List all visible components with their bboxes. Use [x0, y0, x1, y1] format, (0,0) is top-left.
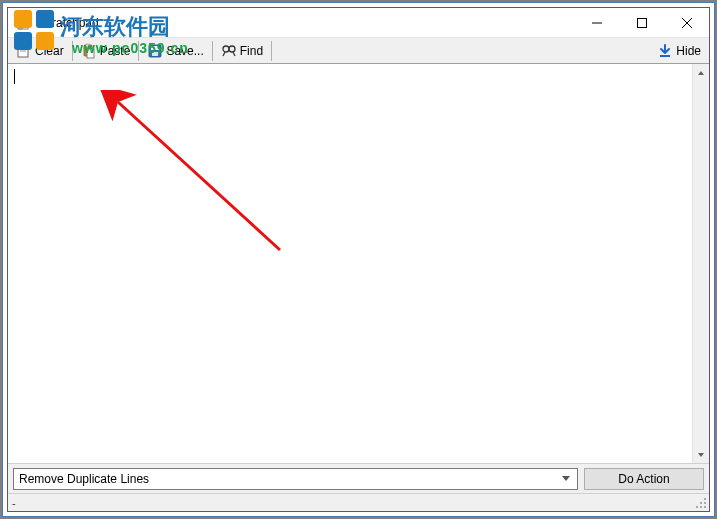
- save-label: Save...: [166, 44, 203, 58]
- clear-icon: [16, 43, 32, 59]
- toolbar-separator: [72, 41, 73, 61]
- action-selected-value: Remove Duplicate Lines: [19, 472, 149, 486]
- clear-button[interactable]: Clear: [10, 40, 70, 62]
- resize-grip-icon[interactable]: [695, 497, 707, 509]
- toolbar: Clear Paste Save... Find: [8, 38, 709, 64]
- action-dropdown[interactable]: Remove Duplicate Lines: [13, 468, 578, 490]
- svg-point-20: [704, 498, 706, 500]
- svg-rect-2: [637, 18, 646, 27]
- svg-rect-12: [151, 46, 159, 50]
- clear-label: Clear: [35, 44, 64, 58]
- hide-arrow-icon: [657, 43, 673, 59]
- svg-rect-13: [152, 52, 158, 56]
- svg-rect-10: [87, 49, 94, 58]
- svg-point-21: [700, 502, 702, 504]
- toolbar-separator: [212, 41, 213, 61]
- titlebar: Scratchpad: [8, 8, 709, 38]
- svg-line-18: [233, 52, 235, 56]
- action-bar: Remove Duplicate Lines Do Action: [8, 463, 709, 493]
- app-icon: [16, 15, 32, 31]
- close-button[interactable]: [664, 8, 709, 37]
- svg-line-17: [223, 52, 225, 56]
- toolbar-separator: [271, 41, 272, 61]
- svg-point-14: [223, 46, 229, 52]
- chevron-down-icon: [558, 476, 574, 482]
- paste-icon: [81, 43, 97, 59]
- svg-point-23: [696, 506, 698, 508]
- scroll-up-button[interactable]: [693, 64, 709, 81]
- text-caret: [14, 69, 15, 84]
- app-window: Scratchpad Clear Paste: [7, 7, 710, 512]
- editor-wrap: [8, 64, 709, 463]
- save-icon: [147, 43, 163, 59]
- svg-point-22: [704, 502, 706, 504]
- paste-label: Paste: [100, 44, 131, 58]
- svg-point-25: [704, 506, 706, 508]
- find-label: Find: [240, 44, 263, 58]
- status-bar: -: [8, 493, 709, 511]
- window-title: Scratchpad: [38, 16, 99, 30]
- find-button[interactable]: Find: [215, 40, 269, 62]
- scroll-down-button[interactable]: [693, 446, 709, 463]
- status-text: -: [12, 497, 16, 509]
- save-button[interactable]: Save...: [141, 40, 209, 62]
- scroll-track[interactable]: [693, 81, 709, 446]
- do-action-label: Do Action: [618, 472, 669, 486]
- vertical-scrollbar[interactable]: [692, 64, 709, 463]
- svg-rect-9: [86, 44, 90, 47]
- maximize-button[interactable]: [619, 8, 664, 37]
- window-controls: [574, 8, 709, 37]
- minimize-button[interactable]: [574, 8, 619, 37]
- svg-point-15: [229, 46, 235, 52]
- svg-rect-19: [660, 55, 670, 57]
- find-icon: [221, 43, 237, 59]
- do-action-button[interactable]: Do Action: [584, 468, 704, 490]
- svg-point-24: [700, 506, 702, 508]
- paste-button[interactable]: Paste: [75, 40, 137, 62]
- text-editor[interactable]: [8, 64, 692, 463]
- hide-label: Hide: [676, 44, 701, 58]
- hide-button[interactable]: Hide: [651, 40, 707, 62]
- toolbar-separator: [138, 41, 139, 61]
